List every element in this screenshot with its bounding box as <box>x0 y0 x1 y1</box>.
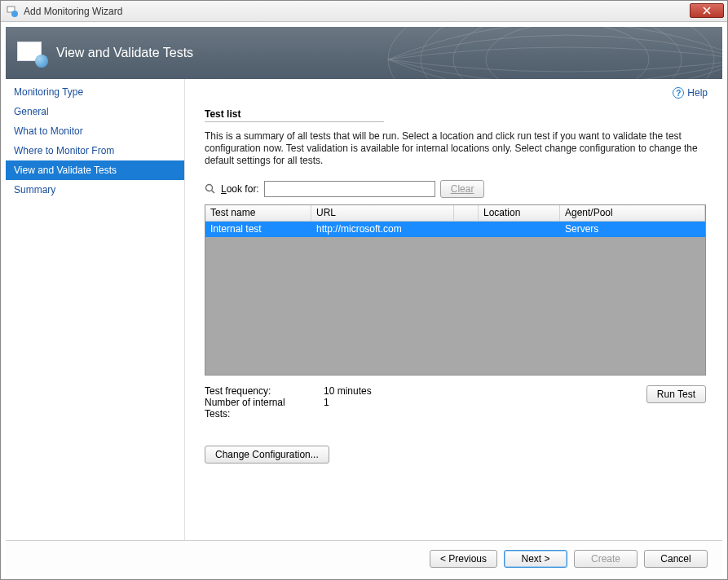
section-description: This is a summary of all tests that will… <box>205 130 706 167</box>
svg-point-6 <box>206 185 213 191</box>
section-title: Test list <box>205 108 706 120</box>
col-header-url[interactable]: URL <box>311 205 454 221</box>
decorative-wireframe <box>380 27 722 79</box>
summary-block: Test frequency: 10 minutes Number of int… <box>205 385 706 420</box>
cancel-button[interactable]: Cancel <box>644 550 708 568</box>
banner: View and Validate Tests <box>6 27 722 79</box>
search-icon <box>205 183 216 195</box>
cell-agent-pool: Servers <box>560 222 705 237</box>
col-header-agent-pool[interactable]: Agent/Pool <box>560 205 705 221</box>
frequency-label: Test frequency: <box>205 385 311 397</box>
banner-icon <box>17 42 45 64</box>
count-value: 1 <box>324 397 329 420</box>
nav-item-monitoring-type[interactable]: Monitoring Type <box>6 82 184 102</box>
main-panel: ? Help Test list This is a summary of al… <box>185 79 722 540</box>
help-label: Help <box>687 87 708 99</box>
nav-item-what-to-monitor[interactable]: What to Monitor <box>6 121 184 141</box>
nav-item-general[interactable]: General <box>6 102 184 121</box>
svg-point-4 <box>453 27 682 79</box>
wizard-nav: Monitoring Type General What to Monitor … <box>6 79 185 540</box>
table-row[interactable]: Internal test http://microsoft.com Serve… <box>205 222 705 237</box>
cell-spacer <box>454 222 479 237</box>
clear-button[interactable]: Clear <box>440 180 485 198</box>
nav-item-view-and-validate-tests[interactable]: View and Validate Tests <box>6 160 184 180</box>
svg-point-1 <box>11 11 18 17</box>
title-bar: Add Monitoring Wizard <box>1 1 727 22</box>
cell-location <box>479 222 560 237</box>
cell-url: http://microsoft.com <box>311 222 454 237</box>
close-button[interactable] <box>690 3 724 18</box>
help-icon: ? <box>673 87 684 99</box>
svg-point-2 <box>388 27 722 79</box>
lookfor-row: Look for: Clear <box>205 180 706 198</box>
app-icon <box>6 5 19 18</box>
wizard-footer: < Previous Next > Create Cancel <box>6 540 722 576</box>
change-configuration-button[interactable]: Change Configuration... <box>205 446 329 464</box>
frequency-value: 10 minutes <box>324 385 372 397</box>
create-button[interactable]: Create <box>574 550 638 568</box>
cell-test-name: Internal test <box>205 222 311 237</box>
col-header-location[interactable]: Location <box>479 205 560 221</box>
nav-item-summary[interactable]: Summary <box>6 180 184 200</box>
svg-point-5 <box>486 27 649 79</box>
next-button[interactable]: Next > <box>504 550 567 568</box>
help-link[interactable]: ? Help <box>673 87 708 99</box>
run-test-button[interactable]: Run Test <box>646 385 706 403</box>
tests-grid: Test name URL Location Agent/Pool Intern… <box>205 204 706 376</box>
previous-button[interactable]: < Previous <box>430 550 497 568</box>
section-rule <box>205 121 384 122</box>
col-header-test-name[interactable]: Test name <box>205 205 311 221</box>
lookfor-label: Look for: <box>221 183 259 195</box>
nav-item-where-to-monitor-from[interactable]: Where to Monitor From <box>6 141 184 160</box>
svg-point-3 <box>421 27 714 79</box>
window-title: Add Monitoring Wizard <box>24 6 122 17</box>
grid-header: Test name URL Location Agent/Pool <box>205 205 705 222</box>
col-header-spacer <box>454 205 479 221</box>
lookfor-input[interactable] <box>264 181 435 197</box>
banner-title: View and Validate Tests <box>56 46 193 60</box>
grid-body: Internal test http://microsoft.com Serve… <box>205 222 705 375</box>
count-label: Number of internal Tests: <box>205 397 311 420</box>
